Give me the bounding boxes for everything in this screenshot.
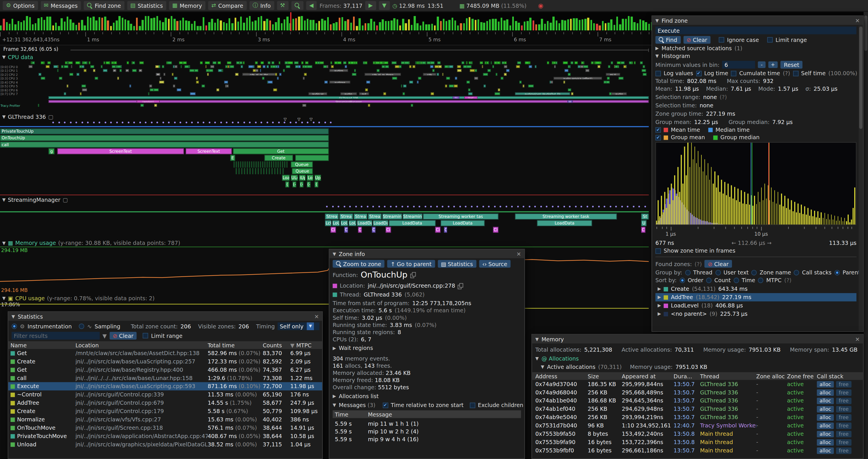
collapse-icon[interactable]: ▼ xyxy=(2,114,6,120)
zone[interactable]: (- xyxy=(307,182,310,188)
zone[interactable]: Create xyxy=(264,155,293,161)
message-marker[interactable] xyxy=(401,206,403,207)
frame-bar[interactable] xyxy=(602,21,604,30)
frame-bar[interactable] xyxy=(127,21,129,30)
statistics-titlebar[interactable]: ▼ Statistics ✕ xyxy=(8,312,322,321)
message-marker[interactable] xyxy=(157,122,158,124)
zone[interactable] xyxy=(252,168,253,174)
message-marker[interactable] xyxy=(546,206,548,207)
frame-bar[interactable] xyxy=(553,17,555,30)
frame-bar[interactable] xyxy=(324,21,326,30)
limit-range-checkbox[interactable] xyxy=(767,37,773,42)
frame-bar[interactable] xyxy=(518,23,520,30)
frame-bar[interactable] xyxy=(185,21,187,30)
table-row[interactable]: calljni/../jni/../../../src/claw/base/Lu… xyxy=(8,374,322,382)
zone[interactable] xyxy=(277,162,279,168)
table-row[interactable]: ~Controljni/../jni/src/guif/Control.cpp:… xyxy=(8,390,322,399)
message-marker[interactable] xyxy=(482,206,484,207)
cpu-zone[interactable]: c xyxy=(113,69,116,72)
cpu-usage-header[interactable]: ▼▣CPU usage(y-range: 0.78%, visible data… xyxy=(2,295,155,301)
frame-bar[interactable] xyxy=(394,19,396,30)
message-marker[interactable] xyxy=(610,206,611,207)
cpu-zone[interactable]: GLThread 336 xyxy=(49,96,649,99)
message-marker[interactable] xyxy=(116,122,118,124)
frame-bar[interactable] xyxy=(402,19,404,30)
frame-bar[interactable] xyxy=(139,26,141,30)
zone[interactable] xyxy=(267,162,268,168)
zone[interactable] xyxy=(262,162,264,168)
zone[interactable]: LcU xyxy=(325,220,332,226)
frame-bar[interactable] xyxy=(182,18,184,30)
frame-bar[interactable] xyxy=(90,18,92,30)
frame-bar[interactable] xyxy=(582,19,584,30)
zone[interactable] xyxy=(247,162,248,168)
frame-bar[interactable] xyxy=(339,18,341,30)
zone[interactable]: Strea xyxy=(325,214,339,220)
cpu-zone[interactable]: audio. xyxy=(340,92,357,95)
column-header[interactable]: Address xyxy=(535,373,588,379)
frame-bar[interactable] xyxy=(639,20,641,30)
frame-bar[interactable] xyxy=(405,23,407,30)
frame-bar[interactable] xyxy=(541,19,543,30)
frame-bar[interactable] xyxy=(142,20,144,30)
user-text-radio[interactable] xyxy=(715,269,721,275)
expand-icon[interactable]: ▶ xyxy=(658,295,661,300)
message-marker[interactable] xyxy=(471,206,472,207)
table-row[interactable]: OnTouchMovejni/../jni/src/guif/Screen.cp… xyxy=(8,424,322,432)
message-marker[interactable] xyxy=(58,122,60,124)
frame-bar[interactable] xyxy=(362,25,364,30)
frame-bar[interactable] xyxy=(260,16,262,30)
message-marker[interactable] xyxy=(231,122,233,124)
message-marker[interactable] xyxy=(174,122,176,124)
frame-bar[interactable] xyxy=(567,19,569,30)
message-marker[interactable] xyxy=(558,206,559,207)
memory-usage-header[interactable]: ▼▦Memory usage(y-range: 30.88 KB, visibl… xyxy=(2,240,180,246)
collapse-icon[interactable]: ▼ xyxy=(333,402,336,407)
frame-bar[interactable] xyxy=(81,20,83,30)
message-marker[interactable] xyxy=(459,206,461,207)
message-marker[interactable] xyxy=(621,206,623,207)
go-to-parent-button[interactable]: ↑Go to parent xyxy=(387,260,435,267)
free-stack-button[interactable]: free xyxy=(836,431,851,437)
table-row[interactable]: 0x74a9d37040186.35 KB295,999,844ns13:50.… xyxy=(532,380,863,388)
frame-bar[interactable] xyxy=(477,19,479,30)
frame-bar[interactable] xyxy=(558,23,560,30)
zone[interactable]: Strea xyxy=(339,214,353,220)
frame-bar[interactable] xyxy=(483,23,485,30)
zone[interactable]: Queue xyxy=(291,162,313,168)
time-relative-checkbox[interactable] xyxy=(382,402,388,408)
histogram-plot[interactable] xyxy=(655,142,857,225)
frame-bar[interactable] xyxy=(194,21,196,30)
column-header[interactable]: Size xyxy=(588,373,622,379)
memory-button[interactable]: ▦Memory xyxy=(169,1,205,10)
frame-bar[interactable] xyxy=(229,19,230,30)
frame-bracket-label[interactable]: Frame 32,661 (6.05 s) xyxy=(3,46,59,52)
col-total-time[interactable]: Total time xyxy=(208,342,263,348)
frame-bar[interactable] xyxy=(579,20,581,30)
zone[interactable] xyxy=(247,168,248,174)
frame-bar[interactable] xyxy=(95,21,97,30)
message-marker[interactable] xyxy=(338,206,339,207)
expand-icon[interactable]: ▶ xyxy=(333,346,336,351)
frame-bar[interactable] xyxy=(573,19,575,30)
alloc-stack-button[interactable]: alloc xyxy=(817,431,834,437)
alloc-stack-button[interactable]: alloc xyxy=(817,414,834,421)
message-marker[interactable] xyxy=(581,206,582,207)
allocations-tab-label[interactable]: @ Allocations xyxy=(541,356,579,362)
message-marker[interactable] xyxy=(627,206,628,207)
close-icon[interactable]: ✕ xyxy=(314,313,319,319)
table-row[interactable]: Normalizejni/../jni/src/claw/vfs/Vfs.cpp… xyxy=(8,415,322,424)
options-button[interactable]: ⚙Options xyxy=(3,1,38,10)
column-header[interactable]: Thread xyxy=(700,373,756,379)
collapse-icon[interactable]: ▼ xyxy=(2,55,6,60)
frame-bar[interactable] xyxy=(98,17,100,30)
table-row[interactable]: 0x7553b9fbf016 bytes296,661,186ns13:50.7… xyxy=(532,446,863,455)
count-radio[interactable] xyxy=(706,277,711,283)
zone[interactable]: LoU xyxy=(332,220,340,226)
message-marker[interactable] xyxy=(598,206,599,207)
info-button[interactable]: ⓘInfo xyxy=(249,1,274,10)
frame-bar[interactable] xyxy=(596,24,598,30)
message-marker[interactable] xyxy=(442,206,443,207)
message-marker[interactable] xyxy=(203,122,205,124)
frame-bar[interactable] xyxy=(633,22,636,30)
